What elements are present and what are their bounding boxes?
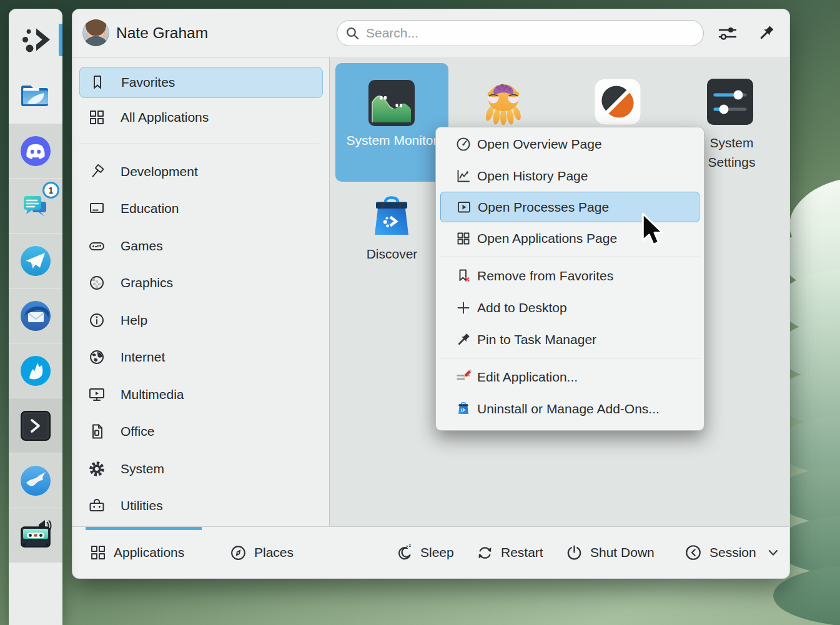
taskbar-konsole[interactable] bbox=[9, 398, 62, 453]
menu-item-open-overview-page[interactable]: Open Overview Page bbox=[436, 128, 704, 160]
terminal-icon bbox=[18, 408, 53, 443]
sidebar-item-utilities[interactable]: Utilities bbox=[72, 488, 329, 525]
svg-text:z: z bbox=[405, 544, 408, 550]
hammer-icon bbox=[88, 163, 106, 180]
blackboard-icon bbox=[88, 200, 106, 217]
grid-icon bbox=[90, 544, 106, 561]
menu-item-edit-application[interactable]: Edit Application... bbox=[436, 361, 704, 393]
search-field[interactable] bbox=[337, 20, 704, 46]
taskbar-app-launcher[interactable] bbox=[9, 17, 62, 62]
menu-item-open-history-page[interactable]: Open History Page bbox=[436, 160, 704, 192]
sidebar-item-system[interactable]: System bbox=[72, 450, 329, 488]
gauge-icon bbox=[455, 136, 472, 152]
search-icon bbox=[345, 26, 360, 41]
desktop: 1 bbox=[0, 0, 840, 625]
bookmark-remove-icon bbox=[455, 268, 472, 284]
kde-plasma-logo-icon bbox=[19, 24, 52, 56]
octopus-app-icon[interactable] bbox=[480, 79, 526, 125]
menu-item-add-to-desktop[interactable]: Add to Desktop bbox=[436, 292, 704, 323]
power-icon bbox=[566, 544, 583, 561]
search-input[interactable] bbox=[337, 20, 704, 46]
sidebar-item-help[interactable]: Help bbox=[72, 302, 329, 339]
user-avatar[interactable] bbox=[82, 19, 109, 46]
menu-separator bbox=[436, 254, 704, 260]
tab-places[interactable]: Places bbox=[230, 527, 294, 578]
sidebar-separator bbox=[79, 144, 319, 144]
sidebar-item-multimedia[interactable]: Multimedia bbox=[72, 376, 329, 413]
line-chart-icon bbox=[455, 168, 472, 184]
restart-button[interactable]: Restart bbox=[477, 527, 543, 578]
pin-icon bbox=[757, 24, 776, 42]
info-icon bbox=[88, 312, 106, 329]
sliders-icon bbox=[718, 23, 738, 43]
sidebar-item-office[interactable]: Office bbox=[72, 413, 329, 451]
discord-icon bbox=[18, 134, 53, 169]
menu-item-uninstall-manage-addons[interactable]: Uninstall or Manage Add-Ons... bbox=[436, 393, 704, 425]
user-name: Nate Graham bbox=[116, 9, 208, 57]
shut-down-button[interactable]: Shut Down bbox=[566, 527, 655, 578]
context-menu: Open Overview Page Open History Page Ope… bbox=[435, 127, 704, 431]
taskbar-thunderbird[interactable] bbox=[9, 288, 62, 343]
play-window-icon bbox=[456, 199, 472, 215]
mouse-cursor bbox=[641, 212, 665, 247]
sidebar-item-education[interactable]: Education bbox=[72, 190, 329, 228]
app-tile-label: System Monitor bbox=[342, 130, 442, 150]
session-button[interactable]: Session bbox=[684, 527, 779, 578]
menu-separator bbox=[436, 355, 704, 361]
grid-icon bbox=[455, 230, 472, 247]
system-monitor-icon bbox=[368, 80, 415, 126]
discover-bag-icon bbox=[455, 401, 472, 417]
sleep-button[interactable]: z z Sleep bbox=[395, 527, 454, 578]
session-logout-icon bbox=[684, 544, 702, 561]
plus-icon bbox=[455, 300, 472, 316]
toolbox-icon bbox=[88, 497, 106, 514]
taskbar-open-apps-group: 1 bbox=[9, 124, 62, 563]
app-tile-discover[interactable]: Discover bbox=[335, 182, 448, 300]
launcher-footer: Applications Places z z bbox=[72, 526, 789, 578]
dolphin-folder-icon bbox=[18, 77, 53, 112]
gear-icon bbox=[88, 460, 106, 478]
restart-icon bbox=[477, 544, 493, 561]
taskbar-cassette-app[interactable] bbox=[9, 508, 62, 563]
notification-badge: 1 bbox=[42, 182, 59, 199]
taskbar-chat-app[interactable]: 1 bbox=[9, 179, 62, 234]
taskbar-librewolf[interactable] bbox=[9, 343, 62, 398]
kontrast-app-icon[interactable] bbox=[595, 79, 641, 125]
menu-item-remove-from-favorites[interactable]: Remove from Favorites bbox=[436, 260, 704, 292]
system-settings-icon bbox=[707, 79, 753, 125]
grid-icon bbox=[88, 109, 106, 126]
monitor-play-icon bbox=[88, 386, 106, 403]
pin-window-button[interactable] bbox=[757, 9, 776, 57]
app-tile-system-monitor[interactable]: System Monitor bbox=[335, 63, 448, 182]
menu-item-pin-to-task-manager[interactable]: Pin to Task Manager bbox=[436, 323, 704, 355]
launcher-header: Nate Graham bbox=[72, 9, 789, 57]
sidebar-item-graphics[interactable]: Graphics bbox=[72, 265, 329, 302]
taskbar-discord[interactable] bbox=[9, 124, 62, 179]
librewolf-icon bbox=[18, 353, 53, 388]
thunderbird-icon bbox=[18, 298, 53, 333]
bookmark-icon bbox=[89, 74, 106, 91]
telegram-icon bbox=[18, 244, 53, 278]
moon-sleep-icon: z z bbox=[395, 544, 413, 561]
configure-button[interactable] bbox=[718, 9, 738, 57]
pin-icon bbox=[455, 332, 472, 348]
edit-pencil-icon bbox=[455, 369, 472, 385]
chevron-down-icon bbox=[768, 548, 779, 558]
sidebar-item-internet[interactable]: Internet bbox=[72, 339, 329, 376]
taskbar-falkon[interactable] bbox=[9, 453, 62, 508]
taskbar-panel: 1 bbox=[9, 9, 62, 625]
cassette-speaker-icon bbox=[18, 518, 53, 553]
taskbar-telegram[interactable] bbox=[9, 234, 62, 288]
tab-applications[interactable]: Applications bbox=[90, 527, 184, 578]
category-list: Development Education bbox=[72, 153, 329, 524]
app-tile-label: Discover bbox=[342, 244, 442, 263]
gamepad-icon bbox=[88, 237, 106, 255]
sidebar-item-favorites[interactable]: Favorites bbox=[79, 67, 323, 98]
discover-icon bbox=[368, 193, 415, 239]
sidebar-item-development[interactable]: Development bbox=[72, 153, 329, 190]
active-indicator bbox=[59, 24, 62, 56]
taskbar-dolphin[interactable] bbox=[9, 71, 62, 119]
svg-text:z: z bbox=[409, 544, 412, 548]
sidebar-item-all-applications[interactable]: All Applications bbox=[79, 102, 323, 133]
sidebar-item-games[interactable]: Games bbox=[72, 227, 329, 265]
